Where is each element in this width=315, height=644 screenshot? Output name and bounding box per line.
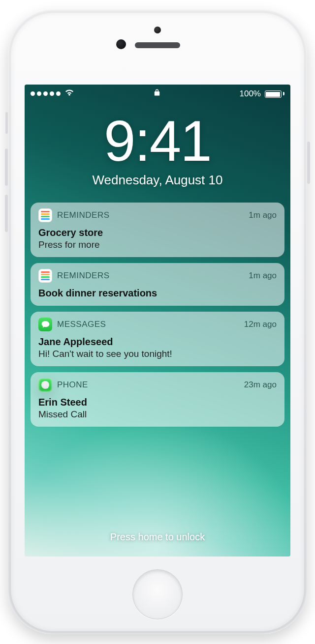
volume-up-button[interactable]: [5, 148, 8, 186]
notification-title: Jane Appleseed: [38, 336, 277, 348]
lock-icon: [154, 88, 160, 99]
stage: 100% 9:41 Wednesday, August 10 REMINDERS…: [0, 0, 315, 644]
notification-title: Erin Steed: [38, 397, 277, 408]
reminders-app-icon: [38, 269, 52, 283]
notification-title: Grocery store: [38, 227, 277, 238]
notification-time-ago: 1m ago: [249, 271, 277, 281]
notification-app-name: PHONE: [57, 380, 88, 390]
home-button[interactable]: [132, 569, 183, 619]
notification-time-ago: 23m ago: [244, 380, 277, 390]
mute-switch[interactable]: [5, 112, 8, 134]
notification-card[interactable]: MESSAGES 12m ago Jane Appleseed Hi! Can'…: [31, 312, 284, 366]
earpiece-speaker: [135, 42, 180, 48]
notification-time-ago: 1m ago: [249, 210, 277, 220]
unlock-hint: Press home to unlock: [25, 531, 290, 543]
notification-app-name: REMINDERS: [57, 210, 110, 220]
notification-card[interactable]: PHONE 23m ago Erin Steed Missed Call: [31, 372, 284, 427]
front-camera-icon: [154, 27, 161, 33]
signal-strength-icon: [31, 91, 61, 96]
clock-time: 9:41: [25, 113, 290, 170]
notification-list[interactable]: REMINDERS 1m ago Grocery store Press for…: [31, 203, 284, 427]
notification-card[interactable]: REMINDERS 1m ago Book dinner reservation…: [31, 263, 284, 306]
volume-down-button[interactable]: [5, 195, 8, 232]
proximity-sensor: [116, 39, 126, 49]
power-button[interactable]: [307, 142, 310, 184]
phone-app-icon: [38, 378, 52, 392]
lock-screen[interactable]: 100% 9:41 Wednesday, August 10 REMINDERS…: [25, 85, 290, 556]
wifi-icon: [64, 88, 74, 99]
messages-app-icon: [38, 318, 52, 331]
notification-app-name: REMINDERS: [57, 271, 110, 281]
reminders-app-icon: [38, 208, 52, 222]
notification-body: Hi! Can't wait to see you tonight!: [38, 349, 277, 359]
notification-body: Press for more: [38, 239, 277, 250]
notification-body: Missed Call: [38, 409, 277, 420]
notification-app-name: MESSAGES: [57, 320, 106, 329]
phone-chassis: 100% 9:41 Wednesday, August 10 REMINDERS…: [8, 10, 307, 634]
clock-date: Wednesday, August 10: [25, 173, 290, 188]
battery-icon: [265, 89, 284, 98]
notification-card[interactable]: REMINDERS 1m ago Grocery store Press for…: [31, 203, 284, 257]
battery-percent: 100%: [240, 89, 261, 99]
notification-title: Book dinner reservations: [38, 288, 277, 299]
notification-time-ago: 12m ago: [244, 320, 277, 329]
status-bar: 100%: [25, 85, 290, 101]
